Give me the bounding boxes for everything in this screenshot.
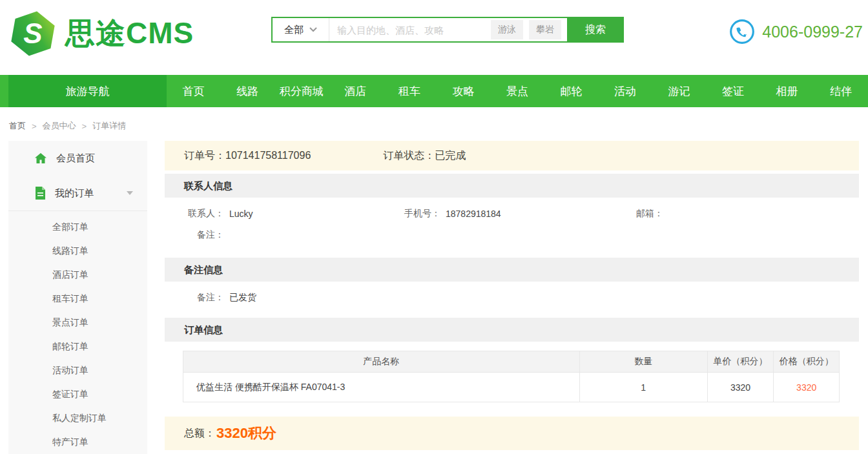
sidebar-subitem-attraction-orders[interactable]: 景点订单 (8, 311, 147, 335)
search-category-value: 全部 (284, 24, 304, 36)
col-unit-price: 单价（积分） (707, 351, 774, 373)
contact-phone-label: 手机号： (400, 208, 440, 220)
service-phone: 4006-0999-27 (728, 18, 863, 45)
breadcrumb-home[interactable]: 首页 (9, 120, 26, 132)
total-label: 总额： (184, 427, 215, 440)
col-product-name: 产品名称 (183, 351, 580, 373)
search-hot-tag-climb[interactable]: 攀岩 (529, 20, 561, 39)
svg-text:S: S (23, 17, 42, 49)
nav-menu-title[interactable]: 旅游导航 (8, 75, 167, 107)
order-summary-bar: 订单号：107141758117096 订单状态：已完成 (165, 141, 859, 170)
contact-email-label: 邮箱： (623, 208, 663, 220)
nav-item-travel-notes[interactable]: 游记 (652, 75, 707, 107)
product-name-cell: 优益生活 便携酷开保温杯 FA07041-3 (183, 373, 580, 402)
breadcrumb-separator: > (82, 121, 87, 131)
sidebar-subitem-visa-orders[interactable]: 签证订单 (8, 382, 147, 406)
nav-item-activities[interactable]: 活动 (598, 75, 652, 107)
order-total-bar: 总额： 3320积分 (165, 417, 859, 450)
order-status-value: 已完成 (435, 150, 466, 161)
total-value: 3320积分 (216, 424, 276, 443)
order-detail-page: S 思途CMS 全部 游泳 攀岩 搜索 (0, 0, 868, 454)
logo-hexagon-icon: S (8, 9, 57, 58)
phone-number: 4006-0999-27 (762, 23, 863, 41)
remark-note-value: 已发货 (229, 292, 256, 304)
nav-item-home[interactable]: 首页 (167, 75, 221, 107)
remark-note-label: 备注： (184, 292, 224, 304)
nav-item-hotel[interactable]: 酒店 (329, 75, 383, 107)
nav-item-points-mall[interactable]: 积分商城 (274, 75, 329, 107)
sidebar-item-member-home[interactable]: 会员首页 (8, 141, 147, 176)
contact-name-value: Lucky (229, 209, 253, 219)
order-status-label: 订单状态： (383, 150, 435, 161)
caret-down-icon (127, 191, 133, 195)
product-table: 产品名称 数量 单价（积分） 价格（积分） 优益生活 便携酷开保温杯 FA070… (183, 351, 840, 402)
site-header: S 思途CMS 全部 游泳 攀岩 搜索 (0, 0, 868, 75)
contact-note-label: 备注： (184, 229, 224, 241)
contact-section-title: 联系人信息 (165, 174, 859, 198)
order-number-label: 订单号： (184, 150, 225, 161)
search-input[interactable] (329, 25, 491, 36)
site-logo[interactable]: S 思途CMS (8, 9, 194, 58)
nav-item-attractions[interactable]: 景点 (490, 75, 544, 107)
sidebar-subitem-custom-orders[interactable]: 私人定制订单 (8, 406, 147, 430)
nav-items: 首页 线路 积分商城 酒店 租车 攻略 景点 邮轮 活动 游记 签证 相册 结伴 (167, 75, 868, 107)
sidebar-subitem-activity-orders[interactable]: 活动订单 (8, 358, 147, 382)
nav-item-cruise[interactable]: 邮轮 (544, 75, 599, 107)
col-price: 价格（积分） (774, 351, 840, 373)
nav-item-companion[interactable]: 结伴 (814, 75, 868, 107)
phone-icon (728, 18, 756, 45)
breadcrumb-separator: > (32, 121, 37, 131)
chevron-down-icon (309, 27, 317, 32)
col-quantity: 数量 (579, 351, 707, 373)
member-sidebar: 会员首页 我的订单 全部订单 线路订单 酒店订单 租车订单 景点订单 邮轮订单 … (8, 141, 147, 454)
sidebar-order-submenu: 全部订单 线路订单 酒店订单 租车订单 景点订单 邮轮订单 活动订单 签证订单 … (8, 211, 147, 454)
nav-item-routes[interactable]: 线路 (221, 75, 275, 107)
quantity-cell: 1 (579, 373, 707, 402)
remark-info-section: 备注信息 备注： 已发货 (165, 258, 859, 315)
order-detail-content: 订单号：107141758117096 订单状态：已完成 联系人信息 联系人： … (165, 141, 859, 450)
order-section-title: 订单信息 (165, 318, 859, 342)
logo-text: 思途CMS (65, 14, 194, 54)
remark-section-title: 备注信息 (165, 258, 859, 282)
search-category-select[interactable]: 全部 (273, 18, 329, 41)
sidebar-item-my-orders[interactable]: 我的订单 (8, 176, 147, 211)
search-box: 全部 游泳 攀岩 搜索 (271, 17, 624, 43)
unit-price-cell: 3320 (707, 373, 774, 402)
search-button[interactable]: 搜索 (567, 17, 624, 43)
order-number-value: 107141758117096 (225, 150, 311, 161)
price-cell: 3320 (774, 373, 840, 402)
sidebar-item-label: 会员首页 (56, 152, 95, 165)
sidebar-item-label: 我的订单 (55, 187, 94, 200)
contact-info-section: 联系人信息 联系人： Lucky 手机号： 18782918184 邮箱： (165, 174, 859, 254)
table-row: 优益生活 便携酷开保温杯 FA07041-3 1 3320 3320 (183, 373, 840, 402)
contact-name-label: 联系人： (184, 208, 224, 220)
sidebar-subitem-cruise-orders[interactable]: 邮轮订单 (8, 335, 147, 358)
sidebar-subitem-all-orders[interactable]: 全部订单 (8, 215, 147, 239)
nav-item-album[interactable]: 相册 (760, 75, 814, 107)
search-hot-tag-swim[interactable]: 游泳 (491, 20, 523, 39)
breadcrumb: 首页 > 会员中心 > 订单详情 (0, 107, 868, 141)
sidebar-subitem-hotel-orders[interactable]: 酒店订单 (8, 263, 147, 287)
nav-item-guides[interactable]: 攻略 (437, 75, 491, 107)
table-header-row: 产品名称 数量 单价（积分） 价格（积分） (183, 351, 840, 373)
main-area: 会员首页 我的订单 全部订单 线路订单 酒店订单 租车订单 景点订单 邮轮订单 … (0, 141, 868, 454)
breadcrumb-order-detail: 订单详情 (92, 120, 126, 132)
nav-item-car-rental[interactable]: 租车 (382, 75, 437, 107)
document-icon (34, 187, 46, 200)
order-info-section: 订单信息 产品名称 数量 单价（积分） 价格（积分） (165, 318, 859, 402)
contact-phone-value: 18782918184 (446, 209, 501, 219)
sidebar-subitem-route-orders[interactable]: 线路订单 (8, 239, 147, 263)
sidebar-subitem-car-orders[interactable]: 租车订单 (8, 287, 147, 311)
main-nav: 旅游导航 首页 线路 积分商城 酒店 租车 攻略 景点 邮轮 活动 游记 签证 … (0, 75, 868, 107)
breadcrumb-member-center[interactable]: 会员中心 (43, 120, 76, 132)
nav-item-visa[interactable]: 签证 (706, 75, 760, 107)
home-icon (34, 152, 47, 165)
sidebar-subitem-specialty-orders[interactable]: 特产订单 (8, 430, 147, 454)
